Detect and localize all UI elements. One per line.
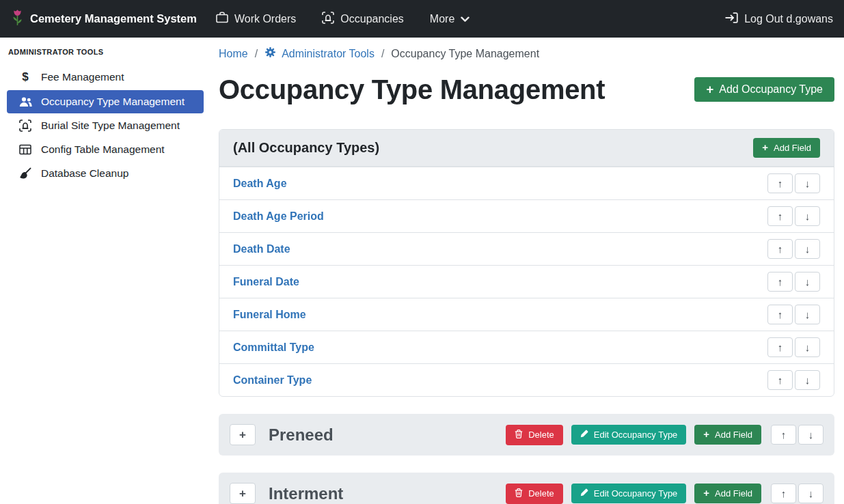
breadcrumb-separator: / xyxy=(381,48,384,60)
field-row: Death Age ↑ ↓ xyxy=(219,167,834,199)
expand-section-button[interactable]: + xyxy=(230,424,256,445)
sidebar-item-fee-management[interactable]: $ Fee Management xyxy=(7,65,204,89)
breadcrumb-current: Occupancy Type Management xyxy=(391,48,539,60)
move-up-button[interactable]: ↑ xyxy=(767,305,793,324)
nav-occupancies[interactable]: Occupancies xyxy=(322,12,404,27)
trash-icon xyxy=(515,488,523,499)
section-title: Interment xyxy=(269,484,343,503)
expand-section-button[interactable]: + xyxy=(230,483,256,504)
move-up-button[interactable]: ↑ xyxy=(767,370,793,390)
sidebar-item-label: Fee Management xyxy=(41,71,124,83)
move-up-button[interactable]: ↑ xyxy=(767,206,793,226)
field-link[interactable]: Funeral Date xyxy=(233,276,299,288)
briefcase-icon xyxy=(216,12,228,26)
arrow-down-icon: ↓ xyxy=(805,342,811,352)
edit-occupancy-type-button[interactable]: Edit Occupancy Type xyxy=(571,425,687,445)
tombstone-frame-icon xyxy=(18,120,32,132)
reorder-controls: ↑ ↓ xyxy=(767,173,820,193)
arrow-down-icon: ↓ xyxy=(805,178,811,188)
flower-logo-icon xyxy=(11,8,24,29)
sidebar-item-occupancy-type-management[interactable]: Occupancy Type Management xyxy=(7,90,204,113)
plus-icon: + xyxy=(239,487,246,501)
main-content: Home / Administrator Tools / Occupancy T… xyxy=(212,38,844,504)
breadcrumb-home-link[interactable]: Home xyxy=(219,48,248,60)
field-link[interactable]: Container Type xyxy=(233,374,312,387)
add-field-button[interactable]: + Add Field xyxy=(753,138,820,158)
move-down-button[interactable]: ↓ xyxy=(795,173,820,193)
move-down-button[interactable]: ↓ xyxy=(798,484,823,503)
tombstone-frame-icon xyxy=(322,12,334,27)
logout-link[interactable]: Log Out d.gowans xyxy=(725,12,833,26)
move-up-button[interactable]: ↑ xyxy=(767,337,793,357)
app-brand[interactable]: Cemetery Management System xyxy=(11,8,197,29)
reorder-controls: ↑ ↓ xyxy=(767,206,820,226)
add-field-button[interactable]: + Add Field xyxy=(694,425,761,445)
trash-icon xyxy=(515,430,523,440)
plus-icon: + xyxy=(762,143,768,153)
occupancy-type-section-preneed: + Preneed Delete Edit xyxy=(219,414,834,456)
field-link[interactable]: Death Age xyxy=(233,178,287,190)
plus-icon: + xyxy=(239,428,246,442)
move-down-button[interactable]: ↓ xyxy=(795,370,820,390)
field-link[interactable]: Funeral Home xyxy=(233,309,306,321)
nav-occupancies-label: Occupancies xyxy=(340,13,404,25)
move-up-button[interactable]: ↑ xyxy=(767,272,793,292)
breadcrumb: Home / Administrator Tools / Occupancy T… xyxy=(219,46,834,61)
arrow-down-icon: ↓ xyxy=(805,375,811,385)
sidebar-item-label: Database Cleanup xyxy=(41,167,128,180)
field-link[interactable]: Death Age Period xyxy=(233,210,324,223)
section-actions: Delete Edit Occupancy Type + Add Field ↑… xyxy=(506,484,823,504)
gear-icon xyxy=(264,46,276,61)
move-down-button[interactable]: ↓ xyxy=(795,206,820,226)
field-row: Death Age Period ↑ ↓ xyxy=(219,199,834,232)
reorder-controls: ↑ ↓ xyxy=(767,305,820,324)
field-row: Funeral Home ↑ ↓ xyxy=(219,298,834,331)
arrow-down-icon: ↓ xyxy=(805,277,811,287)
move-up-button[interactable]: ↑ xyxy=(767,239,793,259)
plus-icon: + xyxy=(706,83,713,96)
nav-work-orders[interactable]: Work Orders xyxy=(216,12,296,26)
arrow-down-icon: ↓ xyxy=(805,309,811,320)
move-down-button[interactable]: ↓ xyxy=(795,305,820,324)
sidebar-heading: ADMINISTRATOR TOOLS xyxy=(0,41,212,64)
move-up-button[interactable]: ↑ xyxy=(767,173,793,193)
occupancy-type-section-interment: + Interment Delete Edi xyxy=(219,473,834,504)
move-down-button[interactable]: ↓ xyxy=(795,272,820,292)
field-row: Committal Type ↑ ↓ xyxy=(219,331,834,363)
delete-button[interactable]: Delete xyxy=(506,425,563,445)
sidebar-item-label: Config Table Management xyxy=(41,143,165,156)
edit-occupancy-type-button[interactable]: Edit Occupancy Type xyxy=(571,484,687,503)
sidebar-item-burial-site-type-management[interactable]: Burial Site Type Management xyxy=(7,114,204,137)
arrow-up-icon: ↑ xyxy=(778,309,783,320)
section-title: Preneed xyxy=(269,425,333,445)
arrow-up-icon: ↑ xyxy=(781,488,787,499)
plus-icon: + xyxy=(703,488,709,499)
field-link[interactable]: Death Date xyxy=(233,243,290,255)
table-icon xyxy=(18,144,32,155)
nav-work-orders-label: Work Orders xyxy=(234,13,296,25)
dollar-icon: $ xyxy=(18,70,32,84)
logout-icon xyxy=(725,12,738,26)
move-up-button[interactable]: ↑ xyxy=(771,484,796,503)
all-occupancy-types-header: (All Occupancy Types) + Add Field xyxy=(219,130,834,167)
field-link[interactable]: Committal Type xyxy=(233,341,314,354)
page-header: Occupancy Type Management + Add Occupanc… xyxy=(219,72,834,107)
move-down-button[interactable]: ↓ xyxy=(798,425,823,445)
broom-icon xyxy=(18,167,32,180)
move-up-button[interactable]: ↑ xyxy=(771,425,796,445)
arrow-down-icon: ↓ xyxy=(808,488,814,499)
nav-more[interactable]: More xyxy=(430,13,469,25)
move-down-button[interactable]: ↓ xyxy=(795,337,820,357)
add-occupancy-type-button[interactable]: + Add Occupancy Type xyxy=(694,77,834,102)
arrow-up-icon: ↑ xyxy=(781,430,787,440)
move-down-button[interactable]: ↓ xyxy=(795,239,820,259)
add-field-button[interactable]: + Add Field xyxy=(694,484,761,503)
breadcrumb-admin-tools-link[interactable]: Administrator Tools xyxy=(264,46,375,61)
reorder-controls: ↑ ↓ xyxy=(767,370,820,390)
card-title: (All Occupancy Types) xyxy=(233,140,379,156)
sidebar-item-config-table-management[interactable]: Config Table Management xyxy=(7,138,204,161)
pencil-icon xyxy=(580,488,588,499)
field-row: Funeral Date ↑ ↓ xyxy=(219,265,834,298)
delete-button[interactable]: Delete xyxy=(506,484,563,504)
sidebar-item-database-cleanup[interactable]: Database Cleanup xyxy=(7,162,204,185)
